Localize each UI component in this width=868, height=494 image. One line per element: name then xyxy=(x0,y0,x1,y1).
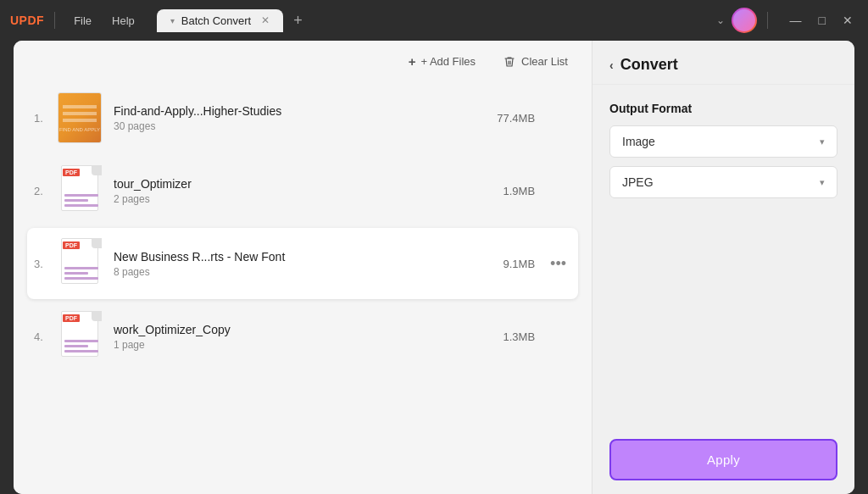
list-item[interactable]: 3. PDF New Business R...rts - Ne xyxy=(27,228,578,299)
format-select[interactable]: Image ▾ xyxy=(609,125,837,158)
tab-area: ▾ Batch Convert ✕ + xyxy=(157,9,709,32)
close-button[interactable]: ✕ xyxy=(837,10,858,31)
tab-dropdown-icon[interactable]: ▾ xyxy=(170,16,175,25)
file-thumbnail: PDF xyxy=(58,311,102,362)
file-name: work_Optimizer_Copy xyxy=(114,323,504,336)
format-chevron-icon: ▾ xyxy=(820,136,825,147)
output-format-label: Output Format xyxy=(609,102,837,115)
apply-button[interactable]: Apply xyxy=(609,439,837,480)
list-item[interactable]: 2. PDF tour_Optimizer xyxy=(27,155,578,226)
file-info: work_Optimizer_Copy 1 page xyxy=(114,323,504,351)
subformat-select[interactable]: JPEG ▾ xyxy=(609,166,837,198)
file-thumbnail: FIND AND APPLY xyxy=(58,92,102,143)
file-list: 1. FIND AND APPLY Find-and-Apply...Highe… xyxy=(14,82,592,494)
file-size: 77.4MB xyxy=(497,112,535,125)
file-size: 1.9MB xyxy=(504,185,536,197)
window-controls: — □ ✕ xyxy=(785,10,858,31)
file-meta: 1 page xyxy=(114,339,504,351)
main-area: + + Add Files Clear List 1. xyxy=(14,41,854,494)
menu-help[interactable]: Help xyxy=(103,11,143,31)
file-thumbnail: PDF xyxy=(58,238,102,289)
file-name: tour_Optimizer xyxy=(114,177,504,191)
file-size: 9.1MB xyxy=(504,258,536,270)
titlebar-menu: File Help xyxy=(65,11,143,31)
trash-icon xyxy=(503,55,516,69)
new-tab-button[interactable]: + xyxy=(287,10,309,31)
tab-close-icon[interactable]: ✕ xyxy=(261,14,270,26)
file-name: New Business R...rts - New Font xyxy=(114,250,504,264)
file-meta: 2 pages xyxy=(114,193,504,205)
list-item[interactable]: 4. PDF work_Optimizer_Copy xyxy=(27,301,578,372)
file-number: 3. xyxy=(34,258,58,270)
file-thumbnail: PDF xyxy=(58,165,102,216)
format-selected-value: Image xyxy=(622,135,655,148)
file-number: 1. xyxy=(34,112,58,125)
add-files-label: + Add Files xyxy=(420,55,476,68)
convert-header: ‹ Convert xyxy=(593,41,854,85)
tab-label: Batch Convert xyxy=(181,14,251,27)
tab-batch-convert[interactable]: ▾ Batch Convert ✕ xyxy=(157,9,283,32)
file-number: 4. xyxy=(34,330,58,343)
maximize-button[interactable]: □ xyxy=(814,10,831,31)
titlebar: UPDF File Help ▾ Batch Convert ✕ + ⌄ — □… xyxy=(0,0,868,41)
file-toolbar: + + Add Files Clear List xyxy=(14,41,592,82)
plus-icon: + xyxy=(409,54,416,69)
avatar[interactable] xyxy=(732,8,757,33)
file-info: New Business R...rts - New Font 8 pages xyxy=(114,250,504,278)
file-more-button[interactable]: ••• xyxy=(545,253,571,275)
file-meta: 8 pages xyxy=(114,266,504,278)
file-info: tour_Optimizer 2 pages xyxy=(114,177,504,205)
subformat-chevron-icon: ▾ xyxy=(820,177,825,188)
file-meta: 30 pages xyxy=(114,120,497,132)
back-button[interactable]: ‹ xyxy=(609,58,614,72)
titlebar-divider xyxy=(54,12,55,29)
file-name: Find-and-Apply...Higher-Studies xyxy=(114,104,497,118)
menu-file[interactable]: File xyxy=(65,11,100,31)
convert-footer: Apply xyxy=(593,425,854,494)
file-info: Find-and-Apply...Higher-Studies 30 pages xyxy=(114,104,497,132)
titlebar-right: ⌄ — □ ✕ xyxy=(716,8,858,33)
clear-list-label: Clear List xyxy=(521,55,568,68)
list-item[interactable]: 1. FIND AND APPLY Find-and-Apply...Highe… xyxy=(27,82,578,153)
subformat-selected-value: JPEG xyxy=(622,175,654,189)
minimize-button[interactable]: — xyxy=(785,10,807,31)
add-files-button[interactable]: + + Add Files xyxy=(402,51,482,72)
convert-title: Convert xyxy=(620,56,678,74)
convert-panel: ‹ Convert Output Format Image ▾ JPEG ▾ A… xyxy=(592,41,854,494)
updf-logo: UPDF xyxy=(10,14,44,27)
chevron-down-icon[interactable]: ⌄ xyxy=(716,14,725,26)
file-number: 2. xyxy=(34,185,58,197)
convert-body: Output Format Image ▾ JPEG ▾ xyxy=(593,85,854,425)
file-size: 1.3MB xyxy=(504,330,536,343)
avatar-inner xyxy=(733,9,755,31)
clear-list-button[interactable]: Clear List xyxy=(496,52,575,72)
titlebar-divider-2 xyxy=(767,12,768,29)
file-panel: + + Add Files Clear List 1. xyxy=(14,41,592,494)
